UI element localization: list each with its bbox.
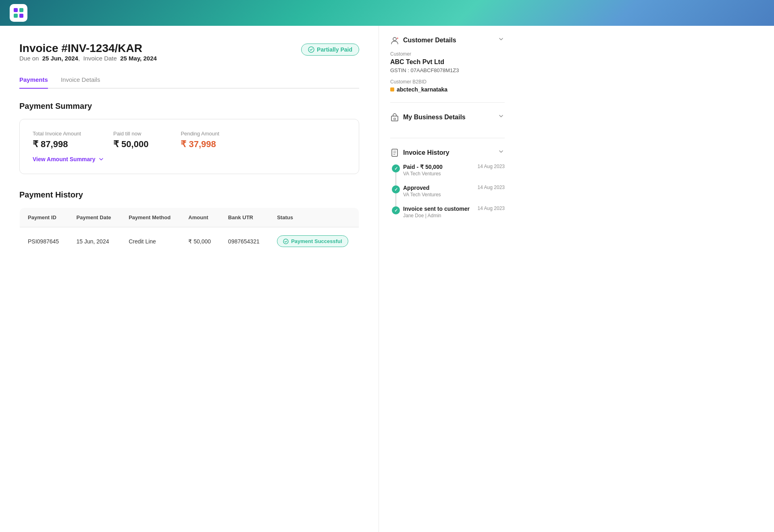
right-panel: Customer Details Customer ABC Tech Pvt L…: [379, 26, 516, 532]
payment-summary-title: Payment Summary: [19, 102, 359, 111]
invoice-title: Invoice #INV-1234/KAR: [19, 42, 157, 55]
invoice-history-label: Invoice History: [403, 149, 449, 156]
svg-point-7: [397, 37, 398, 39]
invoice-title-block: Invoice #INV-1234/KAR Due on 25 Jun, 202…: [19, 42, 157, 73]
status-badge: Partially Paid: [301, 44, 359, 56]
view-amount-summary-link[interactable]: View Amount Summary: [33, 156, 346, 162]
payment-success-badge: Payment Successful: [277, 235, 348, 247]
timeline-item-paid: Paid - ₹ 50,000 VA Tech Ventures 14 Aug …: [392, 164, 505, 177]
col-bank-utr: Bank UTR: [220, 208, 269, 227]
business-icon: [390, 113, 399, 122]
summary-card: Total Invoice Amount ₹ 87,998 Paid till …: [19, 119, 359, 174]
business-details-header[interactable]: My Business Details: [390, 112, 505, 122]
b2bid-label: Customer B2BID: [390, 79, 505, 85]
payment-history-table: Payment ID Payment Date Payment Method A…: [19, 208, 359, 256]
check-circle-icon: [283, 239, 289, 244]
left-panel: Invoice #INV-1234/KAR Due on 25 Jun, 202…: [0, 26, 379, 532]
invoice-history-header[interactable]: Invoice History: [390, 148, 505, 157]
total-amount: ₹ 87,998: [33, 139, 81, 150]
col-payment-date: Payment Date: [69, 208, 121, 227]
main-layout: Invoice #INV-1234/KAR Due on 25 Jun, 202…: [0, 26, 774, 532]
tab-invoice-details[interactable]: Invoice Details: [61, 76, 100, 88]
timeline-content-paid: Paid - ₹ 50,000 VA Tech Ventures: [403, 164, 473, 177]
timeline-date-paid: 14 Aug 2023: [478, 164, 505, 177]
col-status: Status: [269, 208, 359, 227]
timeline-item-sent: Invoice sent to customer Jane Doe | Admi…: [392, 206, 505, 218]
app-logo: [10, 4, 27, 22]
summary-row: Total Invoice Amount ₹ 87,998 Paid till …: [33, 131, 346, 150]
svg-rect-1: [19, 8, 23, 12]
invoice-date: 25 May, 2024: [120, 55, 157, 62]
invoice-history-chevron-icon[interactable]: [497, 148, 505, 157]
cell-payment-id: PSI0987645: [20, 227, 69, 256]
b2bid-dot: [390, 87, 394, 91]
col-amount: Amount: [180, 208, 220, 227]
timeline-sub-paid: VA Tech Ventures: [403, 171, 473, 177]
customer-b2bid: abctech_karnataka: [390, 86, 505, 93]
business-details-section: My Business Details: [390, 112, 505, 138]
svg-rect-0: [14, 8, 18, 12]
table-header-row: Payment ID Payment Date Payment Method A…: [20, 208, 359, 227]
total-label: Total Invoice Amount: [33, 131, 81, 137]
timeline-sub-approved: VA Tech Ventures: [403, 192, 473, 197]
timeline-dot-approved: [392, 185, 400, 193]
chevron-down-icon: [98, 156, 104, 162]
svg-rect-9: [394, 118, 395, 120]
customer-gstin: GSTIN : 07AABCF8078M1Z3: [390, 67, 505, 73]
pending-col: Pending Amount ₹ 37,998: [181, 131, 219, 150]
cell-payment-date: 15 Jun, 2024: [69, 227, 121, 256]
timeline-date-approved: 14 Aug 2023: [478, 185, 505, 197]
status-label: Payment Successful: [291, 238, 342, 244]
invoice-history-section: Invoice History Paid - ₹ 50,000 VA Tech …: [390, 148, 505, 236]
check-circle-icon: [308, 46, 314, 53]
cell-status: Payment Successful: [269, 227, 359, 256]
invoice-history-icon: [390, 148, 399, 157]
pending-amount: ₹ 37,998: [181, 139, 219, 150]
business-section-title: My Business Details: [390, 113, 466, 122]
svg-point-5: [283, 239, 288, 244]
svg-point-6: [393, 37, 396, 41]
badge-label: Partially Paid: [317, 46, 352, 53]
top-bar: [0, 0, 774, 26]
svg-rect-3: [19, 14, 23, 18]
customer-section-title: Customer Details: [390, 36, 456, 45]
tabs-container: Payments Invoice Details: [19, 76, 359, 89]
tab-payments[interactable]: Payments: [19, 76, 48, 89]
svg-rect-8: [391, 116, 398, 121]
invoice-history-title: Invoice History: [390, 148, 449, 157]
invoice-header: Invoice #INV-1234/KAR Due on 25 Jun, 202…: [19, 42, 359, 73]
customer-chevron-icon[interactable]: [497, 35, 505, 45]
due-date: 25 Jun, 2024: [42, 55, 78, 62]
pending-label: Pending Amount: [181, 131, 219, 137]
payment-history-title: Payment History: [19, 190, 359, 200]
invoice-history-timeline: Paid - ₹ 50,000 VA Tech Ventures 14 Aug …: [390, 164, 505, 218]
timeline-dot-paid: [392, 164, 400, 172]
invoice-date-label: Invoice Date: [83, 55, 117, 62]
business-chevron-icon[interactable]: [497, 112, 505, 122]
paid-label: Paid till now: [113, 131, 148, 137]
paid-amount: ₹ 50,000: [113, 139, 148, 150]
svg-rect-2: [14, 14, 18, 18]
timeline-title-paid: Paid - ₹ 50,000: [403, 164, 473, 170]
business-section-label: My Business Details: [403, 114, 466, 121]
timeline-item-approved: Approved VA Tech Ventures 14 Aug 2023: [392, 185, 505, 197]
customer-label: Customer: [390, 51, 505, 57]
table-row: PSI0987645 15 Jun, 2024 Credit Line ₹ 50…: [20, 227, 359, 256]
col-payment-id: Payment ID: [20, 208, 69, 227]
timeline-title-sent: Invoice sent to customer: [403, 206, 473, 212]
customer-details-header[interactable]: Customer Details: [390, 35, 505, 45]
cell-bank-utr: 0987654321: [220, 227, 269, 256]
due-label: Due on: [19, 55, 39, 62]
timeline-date-sent: 14 Aug 2023: [478, 206, 505, 218]
customer-icon: [390, 36, 399, 45]
customer-name: ABC Tech Pvt Ltd: [390, 58, 505, 66]
timeline-dot-sent: [392, 206, 400, 214]
customer-details-section: Customer Details Customer ABC Tech Pvt L…: [390, 35, 505, 103]
paid-col: Paid till now ₹ 50,000: [113, 131, 148, 150]
cell-payment-method: Credit Line: [121, 227, 180, 256]
timeline-sub-sent: Jane Doe | Admin: [403, 213, 473, 218]
b2bid-value: abctech_karnataka: [397, 86, 447, 93]
cell-amount: ₹ 50,000: [180, 227, 220, 256]
timeline-content-approved: Approved VA Tech Ventures: [403, 185, 473, 197]
invoice-subtitle: Due on 25 Jun, 2024, Invoice Date 25 May…: [19, 55, 157, 62]
